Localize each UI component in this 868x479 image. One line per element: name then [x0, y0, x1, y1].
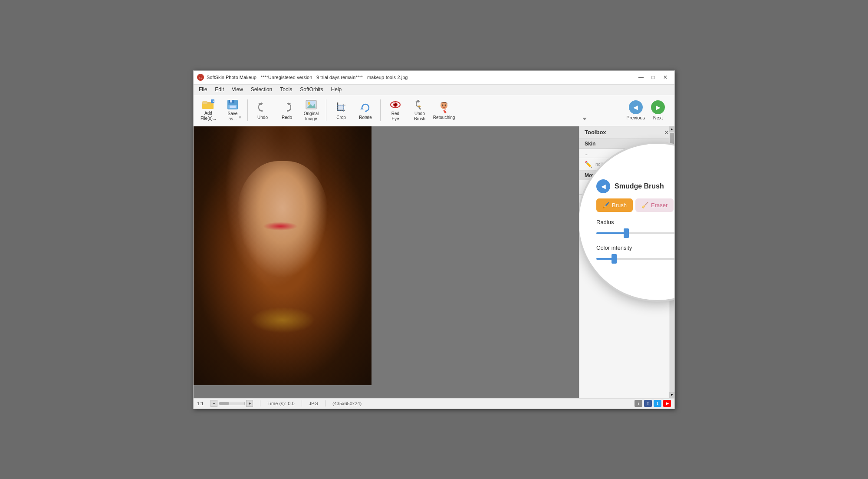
eraser-tab-label: Eraser: [651, 202, 667, 208]
twitter-icon[interactable]: t: [654, 400, 661, 407]
red-eye-icon: [388, 99, 402, 110]
color-intensity-thumb[interactable]: [612, 254, 617, 264]
image-area[interactable]: [194, 126, 579, 398]
window-title: SoftSkin Photo Makeup - ****Unregistered…: [207, 75, 408, 80]
retouching-icon: [437, 100, 451, 114]
color-intensity-slider-row: 25: [596, 254, 674, 264]
save-icon: [226, 99, 240, 110]
status-sep-1: [260, 400, 260, 406]
smudge-tabs: 🖌️ Brush 🧹 Eraser: [596, 198, 674, 212]
brush-tab-icon: 🖌️: [602, 202, 609, 208]
smudge-title-row: ◀ Smudge Brush: [596, 179, 674, 193]
nav-area: ◀ Previous ▶ Next: [624, 99, 667, 122]
previous-icon: ◀: [629, 100, 643, 114]
toolbox-panel: Toolbox ✕ Skin ▲ ... ✏️ ncil can remov: [579, 126, 674, 398]
undo-button[interactable]: Undo: [251, 97, 274, 123]
menu-file[interactable]: File: [195, 86, 210, 93]
menu-help[interactable]: Help: [328, 86, 345, 93]
time-label: Time (s):: [267, 401, 286, 406]
separator-1: [247, 99, 248, 121]
status-sep-3: [325, 400, 326, 406]
rotate-label: Rotate: [359, 115, 372, 120]
undo-brush-button[interactable]: UndoBrush: [408, 97, 431, 123]
zoom-controls: − +: [210, 400, 253, 407]
pencil-icon: ✏️: [585, 161, 592, 168]
rotate-button[interactable]: Rotate: [354, 97, 377, 123]
zoom-in-button[interactable]: +: [246, 400, 253, 407]
brush-tab-label: Brush: [612, 202, 627, 208]
next-button[interactable]: ▶ Next: [648, 99, 667, 122]
dimensions-section: (435x650x24): [332, 401, 362, 406]
app-icon: S: [197, 74, 204, 81]
content-area: Toolbox ✕ Skin ▲ ... ✏️ ncil can remov: [194, 126, 674, 398]
svg-rect-10: [230, 106, 236, 108]
original-image-label: OriginalImage: [304, 111, 319, 122]
format-section: JPG: [309, 401, 318, 406]
folder-icon: [201, 99, 215, 110]
partial-text: ...: [585, 151, 589, 156]
maximize-button[interactable]: □: [648, 73, 659, 82]
add-files-button[interactable]: AddFile(s)...: [197, 97, 220, 123]
toolbox-title: Toolbox: [585, 129, 606, 135]
scroll-down-arrow[interactable]: ▼: [669, 392, 674, 398]
time-section: Time (s): 0.0: [267, 401, 294, 406]
status-icons: i f t ▶: [635, 400, 671, 407]
youtube-icon[interactable]: ▶: [663, 400, 671, 407]
redo-button[interactable]: Redo: [276, 97, 298, 123]
radius-slider[interactable]: [596, 232, 674, 234]
red-eye-label: RedEye: [391, 111, 399, 122]
eraser-tab-icon: 🧹: [641, 202, 648, 208]
radius-control: Radius 50: [596, 219, 674, 238]
original-image-button[interactable]: OriginalImage: [300, 97, 322, 123]
menu-edit[interactable]: Edit: [211, 86, 227, 93]
zoom-slider[interactable]: [219, 402, 245, 405]
previous-label: Previous: [626, 115, 645, 120]
scroll-thumb[interactable]: [670, 133, 674, 146]
retouching-button[interactable]: Retouching: [433, 97, 455, 123]
red-eye-button[interactable]: RedEye: [384, 97, 407, 123]
redo-icon: [280, 100, 294, 114]
smudge-back-button[interactable]: ◀: [596, 179, 610, 193]
zoom-out-button[interactable]: −: [210, 400, 217, 407]
main-window: S SoftSkin Photo Makeup - ****Unregister…: [193, 70, 675, 409]
add-files-label: AddFile(s)...: [201, 111, 216, 121]
radius-slider-thumb[interactable]: [624, 228, 629, 238]
crop-button[interactable]: Crop: [330, 97, 352, 123]
undo-label: Undo: [257, 115, 268, 120]
save-as-button[interactable]: Saveas... ▼: [221, 97, 244, 123]
svg-point-29: [418, 106, 421, 107]
scroll-up-arrow[interactable]: ▲: [669, 126, 674, 132]
color-intensity-slider[interactable]: [596, 258, 674, 260]
zoom-slider-fill: [219, 402, 229, 405]
pencil-label: ncil: [595, 162, 603, 167]
toolbar-more-button[interactable]: [582, 116, 588, 123]
facebook-icon[interactable]: f: [644, 400, 652, 407]
smudge-title: Smudge Brush: [615, 182, 664, 190]
previous-button[interactable]: ◀ Previous: [624, 99, 648, 122]
radius-slider-fill: [596, 232, 626, 234]
eraser-tab[interactable]: 🧹 Eraser: [635, 198, 674, 212]
zoom-level: 1:1: [197, 401, 204, 406]
menu-softorbits[interactable]: SoftOrbits: [296, 86, 326, 93]
menu-bar: File Edit View Selection Tools SoftOrbit…: [194, 85, 674, 95]
toolbox-close-button[interactable]: ✕: [664, 129, 669, 136]
image-format: JPG: [309, 401, 318, 406]
menu-view[interactable]: View: [228, 86, 247, 93]
menu-tools[interactable]: Tools: [276, 86, 296, 93]
brush-tab[interactable]: 🖌️ Brush: [596, 198, 633, 212]
retouching-label: Retouching: [433, 115, 455, 120]
menu-selection[interactable]: Selection: [247, 86, 276, 93]
info-icon[interactable]: i: [635, 400, 642, 407]
status-sep-2: [302, 400, 302, 406]
close-button[interactable]: ✕: [660, 73, 671, 82]
photo-canvas[interactable]: [194, 126, 372, 385]
undo-brush-label: UndoBrush: [414, 111, 425, 122]
separator-2: [326, 99, 326, 121]
toolbar: AddFile(s)... Saveas... ▼: [194, 95, 674, 126]
svg-marker-35: [582, 118, 587, 120]
svg-marker-22: [360, 108, 364, 109]
original-image-icon: [304, 99, 318, 110]
svg-rect-3: [202, 101, 207, 104]
image-dimensions: (435x650x24): [332, 401, 362, 406]
minimize-button[interactable]: —: [635, 73, 647, 82]
